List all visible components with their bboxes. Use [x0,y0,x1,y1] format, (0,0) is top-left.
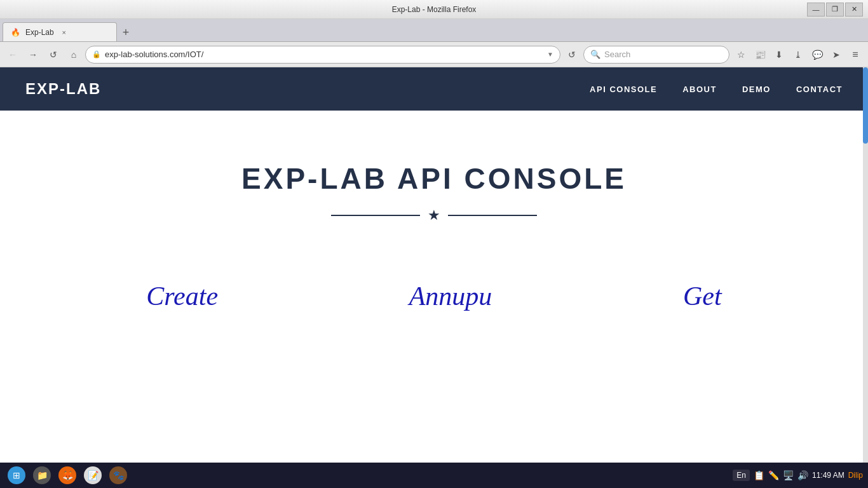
bookmark-icon[interactable]: ☆ [732,46,750,64]
taskbar-language[interactable]: En [733,470,750,481]
url-text: exp-lab-solutions.com/IOT/ [105,50,543,59]
nav-contact[interactable]: CONTACT [796,85,843,94]
start-button[interactable]: ⊞ [5,464,28,487]
site-nav-links: API CONSOLE ABOUT DEMO CONTACT [590,85,843,94]
taskbar-user: Dilip [848,471,863,480]
address-bar: ← → ↺ ⌂ 🔒 exp-lab-solutions.com/IOT/ ▼ ↺… [0,42,868,67]
taskbar-left: ⊞ 📁 🦊 📝 🐾 [5,464,130,487]
firefox-icon: 🦊 [58,466,76,484]
tab-label: Exp-Lab [25,28,54,37]
files-button[interactable]: 📁 [31,464,53,487]
hero-title: EXP-LAB API CONSOLE [241,161,627,196]
divider-line-right [448,215,537,216]
scrollbar-thumb[interactable] [863,67,868,144]
tab-bar: 🔥 Exp-Lab × + [0,19,868,42]
taskbar: ⊞ 📁 🦊 📝 🐾 En 📋 ✏️ 🖥️ 🔊 [0,463,868,488]
window-controls: — ❐ ✕ [807,3,863,17]
logo-text: EXP-LAB [25,80,101,97]
divider-line-left [331,215,420,216]
chat-icon[interactable]: 💬 [808,46,826,64]
start-icon: ⊞ [8,466,25,484]
menu-button[interactable]: ≡ [846,46,864,64]
browser-titlebar: Exp-Lab - Mozilla Firefox — ❐ ✕ [0,0,868,19]
tab-icon: 🔥 [11,28,20,37]
nav-demo[interactable]: DEMO [742,85,771,94]
taskbar-volume-icon: 🔊 [797,470,808,480]
site-navbar: EXP-LAB API CONSOLE ABOUT DEMO CONTACT [0,67,868,111]
search-bar[interactable]: 🔍 Search [583,46,729,64]
reload-button[interactable]: ↺ [44,46,62,64]
hero-divider: ★ [331,207,537,224]
download-icon[interactable]: ⤓ [789,46,807,64]
taskbar-pen-icon: ✏️ [768,470,779,480]
back-button[interactable]: ← [4,46,22,64]
search-icon: 🔍 [590,50,600,59]
gimp-button[interactable]: 🐾 [107,464,130,487]
notepad-icon: 📝 [84,466,102,484]
scrollbar-track [863,67,868,463]
titlebar-title: Exp-Lab - Mozilla Firefox [392,5,477,14]
restore-button[interactable]: ❐ [826,3,844,17]
website-content: EXP-LAB API CONSOLE ABOUT DEMO CONTACT E… [0,67,868,463]
forward-button[interactable]: → [24,46,42,64]
toolbar-icons: ☆ 📰 ⬇ ⤓ 💬 ➤ ≡ [732,46,864,64]
lock-icon: 🔒 [92,50,101,58]
divider-star-icon: ★ [428,207,440,224]
taskbar-clipboard-icon: 📋 [754,470,764,480]
card-create[interactable]: Create [146,281,218,311]
url-dropdown-icon[interactable]: ▼ [547,51,553,58]
taskbar-right: En 📋 ✏️ 🖥️ 🔊 11:49 AM Dilip [733,470,863,481]
nav-api-console[interactable]: API CONSOLE [590,85,657,94]
pocket-icon[interactable]: ⬇ [770,46,788,64]
new-tab-button[interactable]: + [117,24,135,41]
time-display: 11:49 AM [812,471,844,480]
gimp-icon: 🐾 [109,466,127,484]
send-tab-icon[interactable]: ➤ [827,46,845,64]
site-main: EXP-LAB API CONSOLE ★ Create Annupu Get [0,111,868,311]
minimize-button[interactable]: — [807,3,825,17]
active-tab[interactable]: 🔥 Exp-Lab × [3,22,117,41]
firefox-button[interactable]: 🦊 [56,464,79,487]
tab-close-button[interactable]: × [59,27,69,37]
card-get[interactable]: Get [683,281,722,311]
files-icon: 📁 [33,466,51,484]
nav-about[interactable]: ABOUT [682,85,717,94]
url-bar[interactable]: 🔒 exp-lab-solutions.com/IOT/ ▼ [85,46,560,64]
taskbar-time: 11:49 AM [812,471,844,480]
home-button[interactable]: ⌂ [65,46,83,64]
reader-view-icon[interactable]: 📰 [751,46,769,64]
notepad-button[interactable]: 📝 [81,464,104,487]
close-button[interactable]: ✕ [845,3,863,17]
reload-url-button[interactable]: ↺ [563,46,581,64]
card-annupu[interactable]: Annupu [409,281,492,311]
taskbar-screen-icon: 🖥️ [783,470,794,480]
site-logo[interactable]: EXP-LAB [25,80,101,98]
site-cards: Create Annupu Get [0,281,868,311]
search-placeholder: Search [604,50,630,59]
